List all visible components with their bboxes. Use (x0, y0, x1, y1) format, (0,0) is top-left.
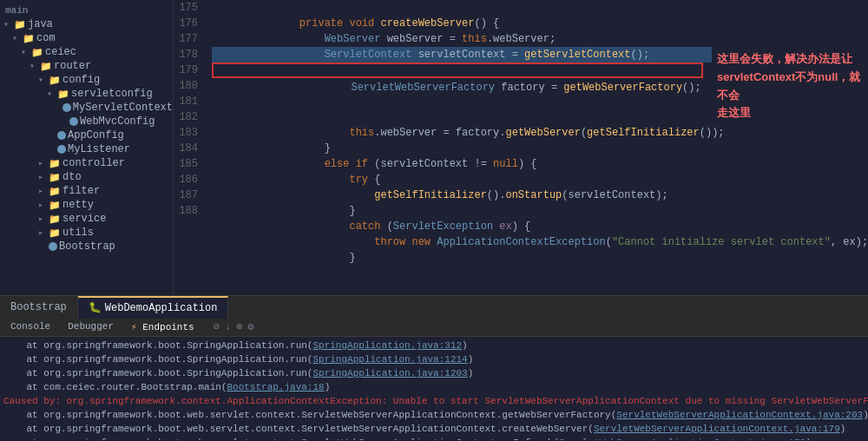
tree-arrow (38, 158, 47, 168)
folder-icon: 📁 (57, 89, 69, 100)
code-lines: private void createWebServer() { WebServ… (205, 0, 868, 295)
scroll-down-icon[interactable]: ↓ (225, 321, 231, 333)
sidebar-item-router[interactable]: 📁 router (0, 59, 173, 73)
sidebar-label-webmvcconfig: WebMvcConfig (80, 115, 155, 128)
main-container: main 📁 java 📁 com 📁 ceiec 📁 router 📁 con… (0, 0, 868, 295)
sidebar-header: main (0, 3, 173, 17)
sidebar-item-netty[interactable]: 📁 netty (0, 198, 173, 212)
tree-arrow (38, 200, 47, 210)
console-toolbar: Console Debugger ⚡ Endpoints ⊘ ↓ ⊗ ⚙ (0, 318, 868, 337)
console-area: Console Debugger ⚡ Endpoints ⊘ ↓ ⊗ ⚙ at … (0, 318, 868, 440)
console-content: at org.springframework.boot.SpringApplic… (0, 337, 868, 440)
endpoints-icon: ⚡ (131, 322, 137, 332)
code-line-179: ServletWebServerFactory factory = getWeb… (212, 63, 703, 78)
sidebar-item-bootstrap[interactable]: Bootstrap (0, 240, 173, 253)
tree-arrow (47, 89, 56, 99)
sidebar-label-ceiec: ceiec (45, 46, 76, 58)
annotation-bubble: 这里会失败，解决办法是让servletContext不为null，就不会走这里 (712, 47, 868, 126)
sidebar-item-servletconfig[interactable]: 📁 servletconfig (0, 87, 173, 101)
class-icon (57, 131, 66, 140)
tree-arrow (12, 33, 21, 43)
sidebar-label-controller: controller (62, 157, 125, 169)
tab-webdemoapplication-label: WebDemoApplication (105, 302, 218, 314)
sidebar-label-filter: filter (62, 185, 100, 197)
tree-arrow (38, 172, 47, 182)
sidebar-item-utils[interactable]: 📁 utils (0, 226, 173, 240)
console-line-4: at com.ceiec.router.Bootstrap.main(Boots… (3, 380, 865, 394)
sidebar-label-config: config (62, 74, 100, 86)
console-line-1: at org.springframework.boot.SpringApplic… (3, 339, 865, 352)
console-line-2: at org.springframework.boot.SpringApplic… (3, 352, 865, 366)
class-icon (62, 103, 71, 112)
folder-icon: 📁 (49, 158, 61, 169)
sidebar-label-dto: dto (62, 171, 82, 183)
console-line-3: at org.springframework.boot.SpringApplic… (3, 366, 865, 380)
console-toolbar-tabs: Console Debugger ⚡ Endpoints (3, 320, 201, 333)
tab-bootstrap-label: Bootstrap (10, 301, 67, 313)
sidebar-label-appconfig: AppConfig (68, 129, 124, 142)
sidebar-label-netty: netty (62, 199, 94, 211)
folder-icon: 📁 (40, 61, 52, 72)
console-tab-endpoints[interactable]: ⚡ Endpoints (124, 320, 201, 333)
tree-arrow (3, 19, 12, 30)
class-icon (69, 117, 78, 126)
folder-icon: 📁 (49, 75, 61, 86)
sidebar-label-myservletcontext: MyServletContext (73, 102, 173, 114)
tab-bootstrap[interactable]: Bootstrap (0, 296, 78, 319)
sidebar-item-config[interactable]: 📁 config (0, 73, 173, 87)
code-line-175: private void createWebServer() { (212, 0, 868, 16)
tree-arrow (30, 61, 38, 71)
sidebar-item-controller[interactable]: 📁 controller (0, 156, 173, 170)
tree-arrow (38, 186, 47, 196)
tree-arrow (21, 47, 30, 57)
sidebar-item-mylistener[interactable]: MyListener (0, 142, 173, 156)
tab-webdemoapplication[interactable]: 🐛 WebDemoApplication (78, 296, 229, 319)
console-line-7: at org.springframework.boot.web.servlet.… (3, 422, 865, 436)
folder-icon: 📁 (23, 33, 35, 44)
sidebar-item-com[interactable]: 📁 com (0, 31, 173, 45)
editor-area: 175 176 177 178 179 180 181 182 183 184 … (174, 0, 868, 295)
sidebar: main 📁 java 📁 com 📁 ceiec 📁 router 📁 con… (0, 0, 174, 295)
sidebar-item-ceiec[interactable]: 📁 ceiec (0, 45, 173, 59)
folder-icon: 📁 (31, 47, 43, 58)
sidebar-label-bootstrap: Bootstrap (59, 240, 115, 253)
endpoints-label: Endpoints (142, 322, 194, 332)
console-line-5: Caused by: org.springframework.context.A… (3, 394, 865, 408)
folder-icon: 📁 (49, 186, 61, 197)
folder-icon: 📁 (49, 214, 61, 225)
bottom-tabs: Bootstrap 🐛 WebDemoApplication (0, 295, 868, 318)
tree-arrow (38, 214, 47, 224)
line-numbers: 175 176 177 178 179 180 181 182 183 184 … (174, 0, 205, 295)
sidebar-label-router: router (54, 60, 91, 72)
console-tab-debugger[interactable]: Debugger (61, 320, 121, 333)
sidebar-label-servletconfig: servletconfig (71, 88, 153, 100)
sidebar-item-webmvcconfig[interactable]: WebMvcConfig (0, 115, 173, 128)
console-line-6: at org.springframework.boot.web.servlet.… (3, 408, 865, 422)
settings-icon[interactable]: ⚙ (247, 320, 253, 333)
class-icon (57, 145, 66, 154)
tree-arrow (38, 75, 47, 85)
console-tab-console[interactable]: Console (3, 320, 57, 333)
class-icon (49, 242, 57, 251)
bug-icon: 🐛 (89, 301, 102, 314)
filter-icon[interactable]: ⊘ (214, 320, 220, 333)
console-line-8: at org.springframework.boot.web.servlet.… (3, 436, 865, 440)
code-container: 175 176 177 178 179 180 181 182 183 184 … (174, 0, 868, 295)
folder-icon: 📁 (14, 19, 26, 30)
tree-arrow (38, 227, 47, 238)
sidebar-item-filter[interactable]: 📁 filter (0, 184, 173, 198)
sidebar-label-service: service (62, 213, 106, 225)
sidebar-label-java: java (28, 18, 53, 30)
sidebar-label-com: com (36, 32, 56, 44)
sidebar-label-mylistener: MyListener (68, 143, 130, 155)
sidebar-item-dto[interactable]: 📁 dto (0, 170, 173, 184)
sidebar-item-service[interactable]: 📁 service (0, 212, 173, 226)
clear-icon[interactable]: ⊗ (236, 320, 242, 333)
folder-icon: 📁 (49, 200, 61, 211)
sidebar-item-java[interactable]: 📁 java (0, 17, 173, 31)
sidebar-label-utils: utils (62, 227, 94, 239)
sidebar-item-appconfig[interactable]: AppConfig (0, 128, 173, 142)
sidebar-item-myservletcontext[interactable]: MyServletContext (0, 101, 173, 115)
folder-icon: 📁 (49, 172, 61, 183)
folder-icon: 📁 (49, 227, 61, 239)
